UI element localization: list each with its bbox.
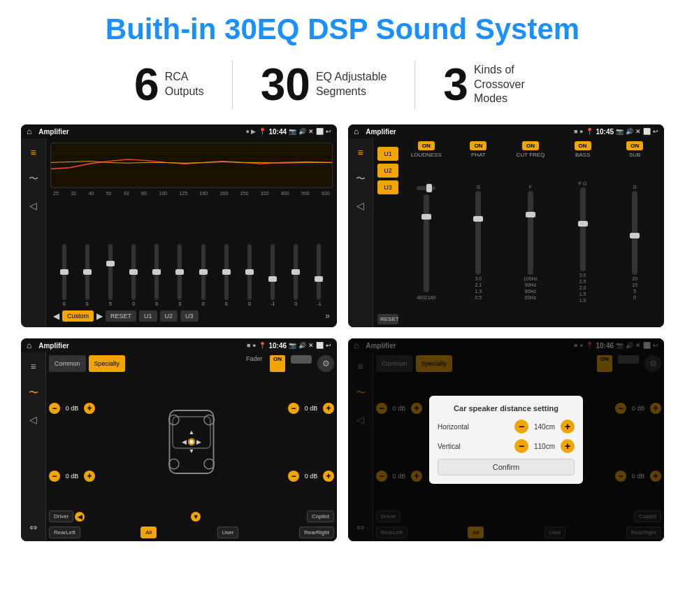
eq-u3-button[interactable]: U3	[180, 310, 199, 322]
eq-u1-button[interactable]: U1	[139, 310, 157, 322]
phat-on-button[interactable]: ON	[470, 141, 486, 150]
user-button[interactable]: User	[217, 527, 239, 538]
eq-slider-12: -1	[308, 244, 330, 306]
crossover-icon-speaker[interactable]: ◁	[352, 197, 369, 214]
phat-v-slider[interactable]	[475, 191, 481, 275]
vertical-stepper: − 110cm +	[514, 439, 575, 453]
fader-icon-wave[interactable]: 〜	[25, 385, 42, 401]
status-bar-eq: ⌂ Amplifier ● ▶ 📍 10:44 📷 🔊 ✕ ⬜ ↩	[21, 124, 337, 138]
status-icons-crossover: 📍 10:45 📷 🔊 ✕ ⬜ ↩	[586, 128, 658, 136]
u3-select-button[interactable]: U3	[377, 180, 398, 194]
all-button[interactable]: All	[140, 527, 157, 538]
driver-button[interactable]: Driver	[49, 510, 73, 522]
eq-slider-10: -1	[262, 244, 284, 306]
eq-u2-button[interactable]: U2	[160, 310, 178, 322]
crossover-screen-content: ≡ 〜 ◁ U1 U2 U3 RESET ON	[348, 138, 664, 327]
fl-plus-button[interactable]: +	[84, 403, 95, 414]
sub-v-slider[interactable]	[632, 191, 637, 275]
crossover-screen-card: ⌂ Amplifier ■ ● 📍 10:45 📷 🔊 ✕ ⬜ ↩ ≡ 〜 ◁	[348, 124, 664, 327]
crossover-icon-wave[interactable]: 〜	[352, 171, 369, 187]
front-left-db: − 0 dB +	[49, 403, 95, 414]
eq-icon-active[interactable]: ≡	[25, 144, 42, 161]
home-icon-crossover: ⌂	[354, 127, 359, 136]
home-icon-eq: ⌂	[27, 127, 31, 136]
eq-main: 253240 506380 100125160 200250320 400500…	[46, 138, 337, 327]
rearright-button[interactable]: RearRight	[299, 527, 334, 538]
eq-freq-labels: 253240 506380 100125160 200250320 400500…	[50, 191, 333, 196]
crossover-reset-button[interactable]: RESET	[377, 314, 398, 324]
eq-icon-speaker[interactable]: ◁	[25, 197, 42, 214]
stat-label-eq: EQ AdjustableSegments	[316, 70, 387, 99]
eq-slider-7: 0	[192, 244, 214, 306]
crossover-main: U1 U2 U3 RESET ON LOUDNESS	[373, 138, 664, 327]
dialog-row-vertical: Vertical − 110cm +	[438, 439, 575, 453]
center-arrow-left[interactable]: ◀	[75, 512, 85, 522]
fr-plus-button[interactable]: +	[323, 403, 334, 414]
rl-minus-button[interactable]: −	[49, 471, 60, 482]
loudness-v-slider[interactable]	[424, 194, 429, 292]
eq-prev-button[interactable]: ◀	[53, 311, 59, 321]
rearleft-button[interactable]: RearLeft	[49, 527, 80, 538]
rr-plus-button[interactable]: +	[323, 471, 334, 482]
u-buttons-col: U1 U2 U3 RESET	[377, 141, 398, 324]
confirm-button[interactable]: Confirm	[438, 459, 575, 475]
stat-eq: 30 EQ AdjustableSegments	[233, 62, 415, 107]
bass-v-slider[interactable]	[580, 187, 586, 271]
vertical-minus-button[interactable]: −	[514, 439, 528, 453]
eq-reset-button[interactable]: RESET	[106, 310, 136, 322]
fader-bottom-controls-2: RearLeft All User RearRight	[49, 527, 334, 538]
speaker-layout-area: − 0 dB + − 0 dB +	[49, 375, 334, 508]
eq-next-button[interactable]: ▶	[96, 311, 103, 321]
crossover-icon-eq[interactable]: ≡	[352, 144, 369, 161]
stats-row: 6 RCAOutputs 30 EQ AdjustableSegments 3 …	[21, 60, 664, 109]
channel-phat: ON PHAT G 3.0 2.1 1.3 0.5	[454, 141, 504, 324]
loudness-on-button[interactable]: ON	[418, 141, 435, 150]
stat-number-crossover: 3	[443, 62, 468, 107]
crossover-side-icons: ≡ 〜 ◁	[348, 138, 373, 327]
svg-point-8	[169, 459, 179, 468]
rr-minus-button[interactable]: −	[288, 471, 299, 482]
center-arrow-down[interactable]: ▼	[191, 512, 201, 522]
eq-graph	[50, 143, 333, 188]
horizontal-minus-button[interactable]: −	[514, 420, 528, 434]
cutfreq-on-button[interactable]: ON	[522, 141, 539, 150]
eq-slider-9: 0	[238, 244, 260, 306]
eq-slider-5: 0	[146, 244, 168, 306]
channel-cutfreq: ON CUT FREQ F 100Hz 90Hz 80Hz 60Hz	[505, 141, 556, 324]
u1-select-button[interactable]: U1	[377, 147, 398, 161]
copilot-button[interactable]: Copilot	[307, 510, 334, 522]
vertical-plus-button[interactable]: +	[561, 439, 575, 453]
fader-bottom-controls: Driver ◀ ▼ Copilot	[49, 510, 334, 522]
page-title: Buith-in 30EQ DSP Sound System	[21, 13, 664, 46]
fader-tab-common[interactable]: Common	[49, 355, 86, 372]
home-icon-fader: ⌂	[27, 341, 31, 350]
fr-minus-button[interactable]: −	[288, 403, 299, 414]
eq-slider-2: 0	[76, 244, 98, 306]
fader-icon-eq[interactable]: ≡	[25, 358, 42, 375]
horizontal-value: 140cm	[531, 423, 558, 431]
eq-slider-1: 0	[53, 244, 75, 306]
cutfreq-v-slider[interactable]	[528, 191, 533, 275]
eq-icon-wave[interactable]: 〜	[25, 171, 42, 187]
fader-tab-specialty[interactable]: Specialty	[89, 355, 126, 372]
fader-settings-icon[interactable]: ⚙	[317, 355, 334, 372]
u2-select-button[interactable]: U2	[377, 164, 398, 178]
bass-on-button[interactable]: ON	[575, 141, 591, 150]
fl-minus-button[interactable]: −	[49, 403, 60, 414]
stat-crossover: 3 Kinds ofCrossover Modes	[415, 62, 579, 107]
dialog-overlay: Car speaker distance setting Horizontal …	[348, 338, 664, 541]
screens-grid: ⌂ Amplifier ● ▶ 📍 10:44 📷 🔊 ✕ ⬜ ↩ ≡ 〜 ◁	[21, 124, 664, 541]
fader-icon-speaker[interactable]: ◁	[25, 411, 42, 428]
rl-plus-button[interactable]: +	[84, 471, 95, 482]
channel-loudness: ON LOUDNESS 4832160	[401, 141, 452, 324]
fader-side-icons: ≡ 〜 ◁ ⇔	[21, 352, 46, 541]
fader-slider[interactable]	[291, 355, 312, 364]
svg-text:▶: ▶	[196, 438, 201, 445]
eq-custom-button[interactable]: Custom	[62, 310, 94, 322]
sub-on-button[interactable]: ON	[626, 141, 643, 150]
stat-label-rca: RCAOutputs	[165, 70, 204, 99]
horizontal-plus-button[interactable]: +	[561, 420, 575, 434]
eq-sliders: 0 0 5 0	[50, 199, 333, 308]
speaker-distance-dialog: Car speaker distance setting Horizontal …	[429, 396, 583, 484]
fader-icon-arrows[interactable]: ⇔	[25, 519, 42, 536]
